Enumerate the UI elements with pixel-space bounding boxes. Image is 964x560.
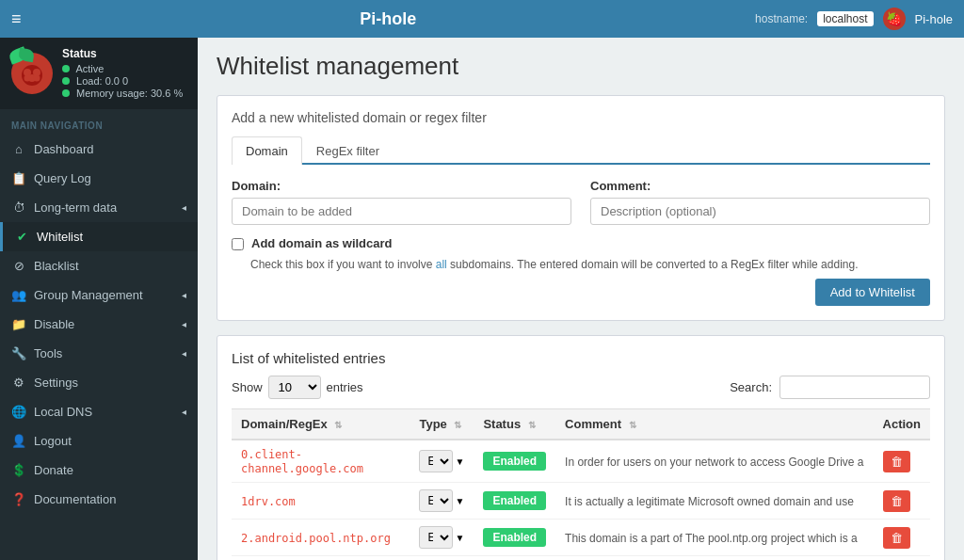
type-dropdown-icon-2: ▼ bbox=[455, 533, 464, 543]
disable-icon: 📁 bbox=[11, 317, 26, 331]
pihole-icon: 🍓 bbox=[883, 8, 906, 30]
tab-regex-label: RegEx filter bbox=[316, 144, 379, 158]
sidebar-item-logout[interactable]: 👤 Logout bbox=[0, 426, 198, 456]
tools-icon: 🔧 bbox=[11, 346, 26, 360]
th-type-label: Type bbox=[419, 417, 446, 431]
comment-text-1: It is actually a legitimate Microsoft ow… bbox=[565, 495, 854, 508]
sidebar-label-documentation: Documentation bbox=[34, 492, 116, 506]
sidebar-label-blacklist: Blacklist bbox=[34, 259, 79, 273]
table-row: 1drv.com E ▼ Enabled It is actually a le… bbox=[232, 483, 930, 520]
cell-comment-0: In order for users on your network to ac… bbox=[555, 440, 873, 483]
list-card-body: List of whitelisted entries Show 10 25 5… bbox=[217, 336, 944, 560]
nav-section-label: MAIN NAVIGATION bbox=[0, 109, 198, 135]
add-whitelist-card: Add a new whitelisted domain or regex fi… bbox=[217, 95, 945, 321]
domain-link-1[interactable]: 1drv.com bbox=[241, 495, 296, 508]
sidebar-label-longterm: Long-term data bbox=[34, 200, 117, 215]
cell-action-1: 🗑 bbox=[874, 483, 930, 520]
whitelist-icon: ✔ bbox=[14, 230, 29, 244]
sidebar-item-localdns[interactable]: 🌐 Local DNS ◂ bbox=[0, 397, 198, 426]
sidebar-item-groupmgmt[interactable]: 👥 Group Management ◂ bbox=[0, 280, 198, 310]
sidebar-item-disable[interactable]: 📁 Disable ◂ bbox=[0, 310, 198, 339]
groupmgmt-icon: 👥 bbox=[11, 288, 26, 302]
comment-text-2: This domain is a part of The pool.ntp.or… bbox=[565, 532, 858, 545]
domain-group: Domain: bbox=[232, 179, 571, 225]
sidebar-item-querylog[interactable]: 📋 Query Log bbox=[0, 164, 198, 193]
sidebar-item-whitelist[interactable]: ✔ Whitelist bbox=[0, 222, 198, 251]
status-info: Status Active Load: 0.0 0 Memory usage: … bbox=[62, 47, 183, 100]
th-action-label: Action bbox=[883, 417, 921, 431]
entries-select[interactable]: 10 25 50 100 bbox=[268, 376, 321, 399]
longterm-arrow: ◂ bbox=[182, 202, 186, 213]
tools-arrow: ◂ bbox=[182, 348, 186, 359]
domain-input[interactable] bbox=[232, 198, 571, 225]
type-wrapper-0: E ▼ bbox=[419, 450, 464, 472]
sidebar-item-settings[interactable]: ⚙ Settings bbox=[0, 368, 198, 397]
whitelist-tbody: 0.client-channel.google.com E ▼ Enabled … bbox=[232, 440, 930, 556]
sidebar-item-donate[interactable]: 💲 Donate bbox=[0, 456, 198, 485]
wildcard-checkbox[interactable] bbox=[232, 238, 244, 250]
add-to-whitelist-button[interactable]: Add to Whitelist bbox=[815, 279, 930, 306]
memory-dot bbox=[62, 89, 70, 97]
hostname-label: hostname: bbox=[755, 12, 808, 25]
cell-action-0: 🗑 bbox=[874, 440, 930, 483]
add-card-body: Add a new whitelisted domain or regex fi… bbox=[217, 96, 944, 320]
sort-status-icon[interactable]: ⇅ bbox=[528, 420, 536, 430]
search-input[interactable] bbox=[779, 376, 930, 399]
tab-domain[interactable]: Domain bbox=[232, 136, 302, 165]
th-action: Action bbox=[874, 409, 930, 440]
svg-point-4 bbox=[24, 75, 31, 82]
sort-domain-icon[interactable]: ⇅ bbox=[334, 420, 342, 430]
brand-hole: hole bbox=[381, 9, 416, 28]
form-row: Domain: Comment: bbox=[232, 179, 930, 225]
status-active: Active bbox=[62, 63, 183, 74]
active-label: Active bbox=[75, 63, 104, 74]
clearfix: Add to Whitelist bbox=[232, 271, 930, 306]
type-dropdown-icon-0: ▼ bbox=[455, 456, 464, 467]
topbar-right: hostname: localhost 🍓 Pi-hole bbox=[755, 8, 953, 30]
wildcard-label: Add domain as wildcard bbox=[251, 236, 393, 250]
sidebar-item-tools[interactable]: 🔧 Tools ◂ bbox=[0, 339, 198, 368]
sidebar-item-longterm[interactable]: ⏱ Long-term data ◂ bbox=[0, 193, 198, 222]
delete-button-0[interactable]: 🗑 bbox=[883, 451, 910, 472]
brand: Pi-hole bbox=[22, 9, 756, 29]
domain-label: Domain: bbox=[232, 179, 571, 193]
comment-group: Comment: bbox=[590, 179, 930, 225]
cell-action-2: 🗑 bbox=[874, 520, 930, 556]
load-dot bbox=[62, 77, 70, 85]
comment-text-0: In order for users on your network to ac… bbox=[565, 456, 863, 469]
sidebar-item-dashboard[interactable]: ⌂ Dashboard bbox=[0, 135, 198, 164]
sort-type-icon[interactable]: ⇅ bbox=[454, 420, 461, 430]
type-select-0[interactable]: E bbox=[419, 450, 453, 472]
tab-regex[interactable]: RegEx filter bbox=[302, 136, 394, 165]
domain-link-0[interactable]: 0.client-channel.google.com bbox=[241, 448, 363, 475]
type-select-2[interactable]: E bbox=[419, 526, 453, 549]
delete-button-2[interactable]: 🗑 bbox=[883, 527, 910, 549]
groupmgmt-arrow: ◂ bbox=[182, 290, 186, 300]
hamburger-icon: ≡ bbox=[11, 9, 22, 28]
type-select-1[interactable]: E bbox=[419, 489, 453, 512]
th-comment-label: Comment bbox=[565, 417, 621, 431]
cell-type-0: E ▼ bbox=[410, 440, 474, 483]
sidebar-label-tools: Tools bbox=[34, 346, 62, 360]
sort-comment-icon[interactable]: ⇅ bbox=[629, 420, 636, 430]
querylog-icon: 📋 bbox=[11, 171, 26, 185]
hamburger-button[interactable]: ≡ bbox=[11, 9, 22, 29]
th-type: Type ⇅ bbox=[410, 409, 474, 440]
sidebar-item-blacklist[interactable]: ⊘ Blacklist bbox=[0, 251, 198, 280]
sidebar-item-documentation[interactable]: ❓ Documentation bbox=[0, 485, 198, 514]
top-navbar: ≡ Pi-hole hostname: localhost 🍓 Pi-hole bbox=[0, 0, 964, 38]
raspberry-svg bbox=[18, 59, 46, 88]
whitelist-table: Domain/RegEx ⇅ Type ⇅ Status ⇅ bbox=[232, 408, 930, 556]
longterm-icon: ⏱ bbox=[11, 200, 26, 215]
th-comment: Comment ⇅ bbox=[555, 409, 873, 440]
type-wrapper-2: E ▼ bbox=[419, 526, 464, 549]
delete-button-1[interactable]: 🗑 bbox=[883, 490, 910, 512]
wildcard-row: Add domain as wildcard bbox=[232, 236, 930, 250]
sidebar-label-whitelist: Whitelist bbox=[37, 230, 83, 244]
domain-link-2[interactable]: 2.android.pool.ntp.org bbox=[241, 532, 391, 545]
status-load: Load: 0.0 0 bbox=[62, 75, 183, 87]
cell-domain-0: 0.client-channel.google.com bbox=[232, 440, 410, 483]
donate-icon: 💲 bbox=[11, 463, 26, 477]
cell-domain-1: 1drv.com bbox=[232, 483, 410, 520]
comment-input[interactable] bbox=[590, 198, 930, 225]
